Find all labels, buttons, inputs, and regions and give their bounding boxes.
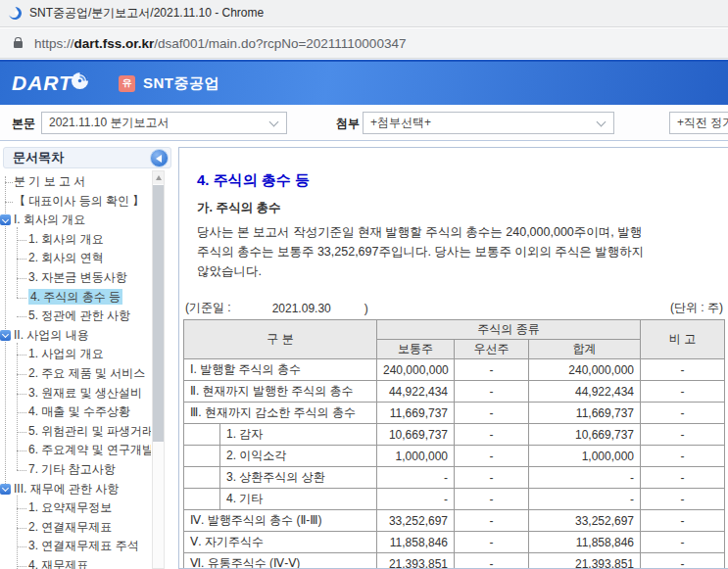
toc-item[interactable]: II. 사업의 내용 (0, 326, 151, 346)
table-cell-label: 3. 상환주식의 상환 (220, 467, 377, 489)
table-cell-label: 2. 이익소각 (220, 446, 377, 467)
toc-item[interactable]: 2. 주요 제품 및 서비스 (0, 364, 151, 384)
table-cell-indent (184, 424, 220, 446)
table-cell-value: 10,669,737 (529, 424, 641, 446)
window-title: SNT중공업/분기보고서/2021.11.10 - Chrome (29, 5, 264, 22)
table-cell-value: 240,000,000 (529, 359, 641, 381)
toc-item[interactable]: 【 대표이사 등의 확인 】 (0, 192, 151, 212)
toc-item[interactable]: 7. 기타 참고사항 (0, 460, 151, 480)
table-cell-indent (184, 446, 220, 467)
toc-tree: 분 기 보 고 서【 대표이사 등의 확인 】I. 회사의 개요1. 회사의 개… (0, 172, 151, 569)
url-bar[interactable]: https://dart.fss.or.kr/dsaf001/main.do?r… (0, 28, 728, 59)
toc-item[interactable]: 5. 정관에 관한 사항 (0, 307, 151, 326)
paragraph-line: 당사는 본 보고서 작성기준일 현재 발행할 주식의 총수는 240,000,0… (197, 222, 728, 242)
table-cell-value: - (377, 489, 455, 510)
col-header-category: 구 분 (184, 320, 377, 359)
toc-item[interactable]: 3. 연결재무제표 주석 (0, 537, 151, 556)
scrollbar-thumb[interactable] (153, 185, 164, 442)
toc-item-label: 3. 자본금 변동사항 (28, 270, 127, 284)
toc-item[interactable]: I. 회사의 개요 (0, 211, 151, 230)
toc-item[interactable]: 1. 회사의 개요 (0, 230, 151, 250)
toc-item-label: 3. 연결재무제표 주석 (28, 539, 139, 552)
chevron-down-icon (597, 118, 607, 127)
table-cell-label: Ⅱ. 현재까지 발행한 주식의 총수 (184, 381, 377, 403)
sidebar-scrollbar[interactable] (152, 170, 165, 569)
toc-item-label: 4. 주식의 총수 등 (28, 289, 122, 305)
table-row: Ⅴ. 자기주식수11,858,846-11,858,846- (184, 532, 725, 553)
table-cell-label: Ⅴ. 자기주식수 (184, 532, 377, 553)
toc-item-label: 6. 주요계약 및 연구개발활동 (28, 443, 151, 456)
table-cell-value: 1,000,000 (377, 446, 455, 467)
col-header-note: 비 고 (641, 320, 725, 359)
url-text[interactable]: https://dart.fss.or.kr/dsaf001/main.do?r… (34, 36, 406, 51)
toc-item[interactable]: III. 재무에 관한 사항 (0, 480, 151, 499)
toc-item[interactable]: 1. 사업의 개요 (0, 345, 151, 364)
table-cell-value: - (641, 446, 725, 467)
toc-item[interactable]: 5. 위험관리 및 파생거래 (0, 422, 151, 442)
table-cell-value: - (455, 467, 529, 489)
section-title: 4. 주식의 총수 등 (197, 171, 728, 190)
table-cell-value: - (455, 532, 529, 553)
table-cell-value: - (641, 359, 725, 381)
table-row: 4. 기타---- (184, 489, 725, 510)
table-cell-value: - (641, 381, 725, 403)
toc-item[interactable]: 2. 회사의 연혁 (0, 249, 151, 268)
table-cell-value: - (641, 553, 725, 569)
toc-item-label: 5. 위험관리 및 파생거래 (28, 424, 151, 438)
table-cell-value: 240,000,000 (377, 359, 455, 381)
toc-item[interactable]: 2. 연결재무제표 (0, 518, 151, 538)
toc-item-label: 1. 사업의 개요 (28, 347, 104, 360)
dart-logo[interactable]: DART (12, 71, 89, 95)
chevron-down-icon[interactable] (0, 330, 11, 341)
sidebar-collapse-button[interactable] (150, 149, 169, 167)
toc-item[interactable]: 분 기 보 고 서 (0, 172, 151, 192)
table-cell-label: Ⅵ. 유통주식수 (Ⅳ-Ⅴ) (184, 553, 377, 569)
table-cell-value: - (455, 403, 529, 424)
toc-item[interactable]: 1. 요약재무정보 (0, 498, 151, 518)
attachment-select[interactable]: +첨부선택+ (363, 112, 614, 134)
toc-item-label: 7. 기타 참고사항 (28, 462, 116, 476)
paragraph-line: 않았습니다. (197, 261, 728, 281)
toc-item-label: 2. 연결재무제표 (28, 520, 112, 534)
chevron-down-icon[interactable] (0, 484, 11, 495)
table-cell-value: - (455, 381, 529, 403)
table-cell-label: Ⅰ. 발행할 주식의 총수 (184, 359, 377, 381)
table-cell-value: 11,858,846 (529, 532, 641, 553)
toc-item-label: 1. 회사의 개요 (28, 232, 104, 246)
toc-item-label: 5. 정관에 관한 사항 (28, 308, 130, 322)
url-domain: dart.fss.or.kr (74, 36, 155, 51)
dart-header: DART 유 SNT중공업 (0, 60, 728, 105)
listed-market-badge: 유 (119, 75, 135, 92)
table-cell-value: - (455, 489, 529, 510)
url-path: /dsaf001/main.do?rcpNo=20211110000347 (154, 36, 406, 51)
table-cell-value: 33,252,697 (529, 510, 641, 532)
toc-item[interactable]: 3. 자본금 변동사항 (0, 268, 151, 288)
main-doc-select[interactable]: 2021.11.10 분기보고서 (41, 112, 287, 134)
table-cell-value: - (377, 467, 455, 489)
toc-item[interactable]: 6. 주요계약 및 연구개발활동 (0, 441, 151, 460)
table-cell-value: 10,669,737 (377, 424, 455, 446)
url-scheme: https:// (34, 36, 74, 51)
toc-item[interactable]: 4. 주식의 총수 등 (0, 288, 151, 308)
scroll-up-arrow-icon[interactable] (153, 171, 164, 184)
table-cell-value: - (529, 489, 641, 510)
chevron-down-icon[interactable] (0, 214, 11, 225)
toc-item[interactable]: 4. 매출 및 수주상황 (0, 403, 151, 422)
table-cell-value: - (641, 403, 725, 424)
table-cell-value: - (455, 359, 529, 381)
toc-item-label: I. 회사의 개요 (14, 213, 85, 226)
table-cell-value: - (641, 424, 725, 446)
table-cell-value: 21,393,851 (529, 553, 641, 569)
table-cell-value: 21,393,851 (377, 553, 455, 569)
toc-item[interactable]: 4. 재무제표 (0, 556, 151, 569)
baseline-row: (기준일 : 2021.09.30 ) (단위 : 주) (185, 300, 723, 316)
previous-report-select[interactable]: +직전 정기보 (669, 112, 728, 134)
main-doc-label: 본문 (12, 116, 35, 132)
previous-report-value: +직전 정기보 (677, 116, 728, 129)
toc-item-label: 2. 회사의 연혁 (28, 251, 104, 264)
toc-item[interactable]: 3. 원재료 및 생산설비 (0, 384, 151, 403)
table-cell-indent (184, 489, 220, 510)
chevron-down-icon (269, 118, 279, 127)
table-row: 3. 상환주식의 상환---- (184, 467, 725, 489)
table-cell-value: - (641, 532, 725, 553)
